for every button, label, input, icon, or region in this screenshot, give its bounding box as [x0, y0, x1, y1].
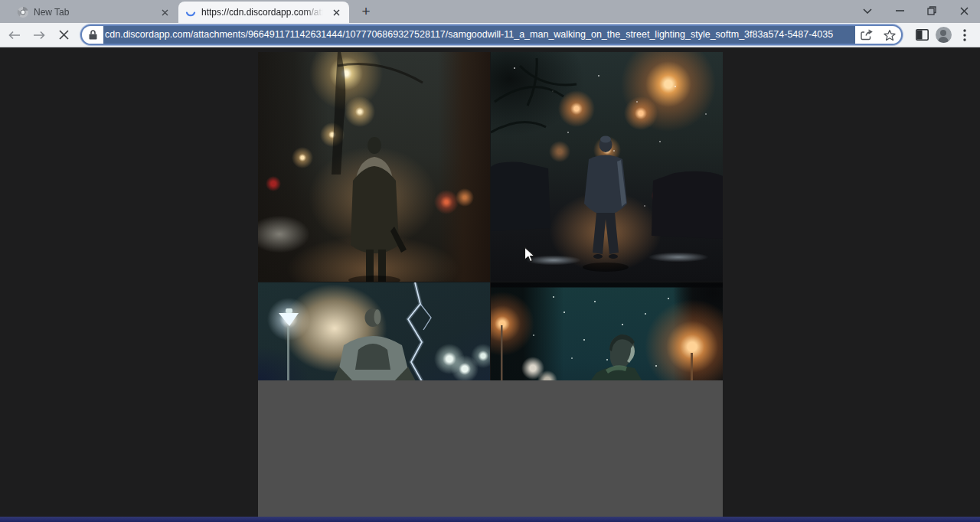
bookmark-star-icon[interactable]	[878, 29, 901, 41]
image-quadrant-top-left	[258, 52, 490, 282]
discord-attachment-image[interactable]	[258, 52, 723, 517]
window-controls	[851, 0, 980, 23]
lock-icon[interactable]	[82, 30, 103, 40]
share-icon[interactable]	[855, 29, 878, 41]
browser-toolbar: cdn.discordapp.com/attachments/966491171…	[0, 23, 980, 47]
tab-new-tab[interactable]: New Tab	[11, 2, 178, 23]
side-panel-icon[interactable]	[911, 25, 933, 45]
image-quadrant-bottom-left	[258, 282, 490, 380]
windows-taskbar-sliver[interactable]	[0, 517, 980, 522]
close-tab-icon[interactable]	[158, 6, 172, 19]
profile-avatar-icon[interactable]	[933, 25, 954, 45]
figure-man-rain	[258, 52, 490, 282]
close-tab-icon[interactable]	[330, 6, 343, 19]
figure-hooded-lightning	[258, 282, 490, 380]
browser-tab-strip: New Tab https://cdn.discordapp.com/atta …	[0, 0, 980, 23]
close-window-icon[interactable]	[948, 0, 980, 21]
tab-title: https://cdn.discordapp.com/atta	[201, 7, 325, 18]
tab-search-chevron-icon[interactable]	[851, 0, 884, 21]
loading-spinner-icon	[185, 6, 197, 18]
tab-title: New Tab	[34, 7, 154, 18]
image-grid-loaded-portion	[258, 52, 723, 380]
mouse-cursor	[524, 246, 535, 263]
address-bar[interactable]: cdn.discordapp.com/attachments/966491171…	[80, 24, 903, 45]
restore-icon[interactable]	[916, 0, 948, 21]
back-icon[interactable]	[5, 25, 24, 45]
kebab-menu-icon[interactable]	[954, 25, 975, 45]
figure-profile-man	[491, 282, 723, 380]
page-viewport	[0, 48, 980, 517]
new-tab-button[interactable]: +	[355, 2, 377, 23]
stop-loading-icon[interactable]	[54, 25, 74, 45]
forward-icon[interactable]	[29, 25, 49, 45]
chrome-favicon-icon	[17, 6, 29, 18]
minimize-icon[interactable]	[884, 0, 916, 21]
url-selected-text[interactable]: cdn.discordapp.com/attachments/966491171…	[103, 26, 855, 44]
image-quadrant-bottom-right	[491, 282, 723, 380]
tab-discord-cdn[interactable]: https://cdn.discordapp.com/atta	[178, 2, 349, 23]
